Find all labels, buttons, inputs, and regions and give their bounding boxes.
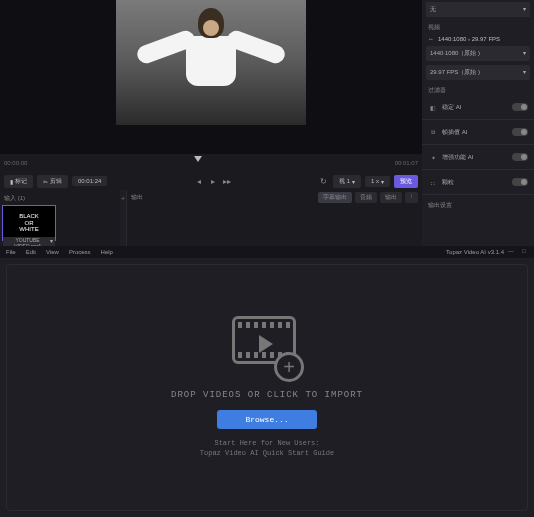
- timecode-end: 00:01:07: [395, 160, 418, 166]
- grain-toggle[interactable]: [512, 178, 528, 186]
- framerate-icon: ⧉: [428, 127, 438, 137]
- view-select[interactable]: 视 1 ▾: [333, 175, 361, 188]
- play-icon[interactable]: ▸: [208, 176, 218, 186]
- drop-zone[interactable]: + DROP VIDEOS OR CLICK TO IMPORT Browse.…: [6, 264, 528, 511]
- plus-icon: +: [274, 352, 304, 382]
- menu-view[interactable]: View: [46, 249, 59, 255]
- app-title: Topaz Video AI v3.1.4: [446, 249, 504, 255]
- output-header: 输出: [131, 193, 143, 202]
- resolution-line: 1440:1080 › 29.97 FPS: [438, 36, 500, 42]
- output-chip-meta[interactable]: 输出: [380, 192, 402, 203]
- menu-bar: File Edit View Process Help Topaz Video …: [0, 246, 534, 258]
- output-chip-preview[interactable]: 字幕输出: [318, 192, 352, 203]
- browse-button[interactable]: Browse...: [217, 410, 316, 429]
- row-framerate[interactable]: ⧉ 帧插值 AI: [422, 122, 534, 142]
- drop-text: DROP VIDEOS OR CLICK TO IMPORT: [171, 390, 363, 400]
- mark-button[interactable]: ▮ 标记: [4, 175, 33, 188]
- row-stabilize[interactable]: ◧ 稳定 AI: [422, 97, 534, 117]
- section-filters: 过滤器: [422, 82, 534, 97]
- timecode-start: 00:00:00: [4, 160, 27, 166]
- menu-process[interactable]: Process: [69, 249, 91, 255]
- enhance-icon: ✦: [428, 152, 438, 162]
- prev-frame-icon[interactable]: ◂: [194, 176, 204, 186]
- resolution-select[interactable]: 1440·1080（原始 )▾: [426, 46, 530, 61]
- stabilize-icon: ◧: [428, 102, 438, 112]
- scale-select[interactable]: 1 x ▾: [365, 176, 390, 187]
- expand-icon[interactable]: ↑: [405, 192, 418, 203]
- menu-file[interactable]: File: [6, 249, 16, 255]
- video-preview[interactable]: [0, 0, 422, 154]
- menu-help[interactable]: Help: [101, 249, 113, 255]
- grain-icon: ∷: [428, 177, 438, 187]
- section-video: 视频: [422, 19, 534, 34]
- maximize-icon[interactable]: □: [522, 248, 530, 256]
- output-queue-empty: [127, 205, 422, 243]
- input-thumbnail[interactable]: BLACK OR WHITE YOUTUBE VIDEO.mp4 ▾: [2, 205, 56, 241]
- playhead-icon[interactable]: [194, 156, 202, 162]
- preset-select[interactable]: 无▾: [426, 2, 530, 17]
- minimize-icon[interactable]: —: [508, 248, 516, 256]
- trim-button[interactable]: ✂ 剪辑: [37, 175, 68, 188]
- preview-button[interactable]: 预览: [394, 175, 418, 188]
- guide-line-1: Start Here for New Users:: [200, 439, 334, 449]
- link-icon: ↔: [428, 36, 434, 42]
- fps-select[interactable]: 29.97 FPS（原始 )▾: [426, 65, 530, 80]
- section-output-settings: 输出设置: [422, 197, 534, 212]
- stabilize-toggle[interactable]: [512, 103, 528, 111]
- row-grain[interactable]: ∷ 颗粒: [422, 172, 534, 192]
- framerate-toggle[interactable]: [512, 128, 528, 136]
- menu-edit[interactable]: Edit: [26, 249, 36, 255]
- next-frame-icon[interactable]: ▸▸: [222, 176, 232, 186]
- duration-label: 00:01:24: [72, 176, 107, 186]
- enhance-toggle[interactable]: [512, 153, 528, 161]
- output-chip-audio[interactable]: 音频: [355, 192, 377, 203]
- row-enhance[interactable]: ✦ 增强功能 AI: [422, 147, 534, 167]
- inputs-header: 输入 (1): [2, 192, 118, 205]
- timeline[interactable]: 00:00:00 00:01:07: [0, 154, 422, 172]
- import-icon: +: [232, 316, 302, 380]
- loop-icon[interactable]: ↻: [319, 176, 329, 186]
- guide-link[interactable]: Topaz Video AI Quick Start Guide: [200, 449, 334, 459]
